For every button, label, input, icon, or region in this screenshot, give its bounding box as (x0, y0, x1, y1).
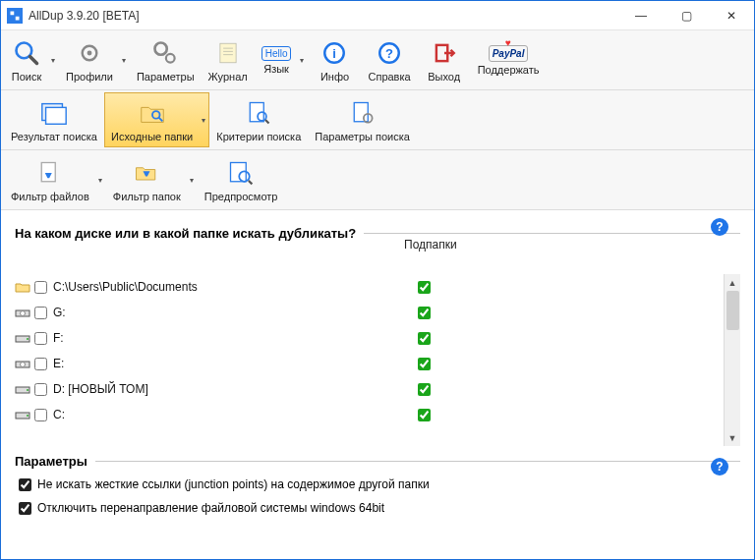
help-icon: ? (374, 37, 405, 69)
language-label: Язык (263, 63, 289, 75)
drive-cd-icon (15, 305, 30, 320)
scrollbar[interactable]: ▲ ▼ (724, 274, 740, 446)
svg-line-23 (265, 120, 269, 124)
svg-rect-0 (11, 11, 15, 15)
chevron-down-icon[interactable]: ▾ (190, 176, 194, 185)
gear-single-icon (74, 37, 105, 69)
paypal-text: PayPal (493, 48, 525, 59)
search-label: Поиск (12, 71, 41, 83)
search-params-button[interactable]: Параметры поиска (308, 92, 417, 147)
paypal-icon: PayPal ♥ (489, 45, 529, 62)
panel-question: На каком диске или в какой папке искать … (15, 226, 356, 241)
svg-rect-1 (16, 16, 20, 20)
svg-point-35 (21, 363, 26, 367)
scroll-down-icon[interactable]: ▼ (725, 429, 740, 446)
svg-text:i: i (333, 46, 337, 61)
language-button[interactable]: Hello Язык ▾ (255, 32, 309, 87)
drive-label: G: (53, 306, 66, 319)
search-button[interactable]: Поиск ▾ (4, 32, 59, 87)
log-button[interactable]: Журнал (202, 32, 255, 87)
info-button[interactable]: i Инфо (308, 32, 361, 87)
drive-cd-icon (15, 356, 30, 371)
help-label: Справка (368, 71, 410, 83)
preview-icon (225, 157, 257, 189)
folder-icon (15, 279, 30, 295)
help-badge-icon[interactable]: ? (711, 218, 728, 236)
chevron-down-icon[interactable]: ▾ (202, 116, 205, 125)
maximize-button[interactable]: ▢ (664, 1, 709, 30)
file-filter-button[interactable]: Фильтр файлов ▾ (4, 152, 106, 207)
exit-icon (429, 37, 460, 69)
subfolder-checkbox[interactable] (418, 383, 431, 396)
exit-button[interactable]: Выход (418, 32, 471, 87)
results-button[interactable]: Результат поиска (4, 92, 104, 147)
folder-filter-label: Фильтр папок (113, 191, 181, 202)
chevron-down-icon[interactable]: ▾ (122, 56, 126, 65)
settings-label: Параметры (137, 71, 195, 83)
source-folders-button[interactable]: Исходные папки ▾ (104, 92, 209, 147)
gears-icon (149, 37, 181, 69)
subfolder-checkbox[interactable] (418, 358, 431, 370)
hello-icon: Hello (261, 46, 292, 61)
drive-row: G: (15, 300, 740, 325)
scroll-track[interactable] (725, 291, 740, 429)
drive-hdd-icon (15, 330, 30, 346)
settings-button[interactable]: Параметры (130, 32, 202, 87)
profiles-button[interactable]: Профили ▾ (59, 32, 130, 87)
file-filter-label: Фильтр файлов (11, 191, 89, 202)
info-label: Инфо (320, 71, 349, 83)
results-label: Результат поиска (11, 131, 97, 142)
subfolder-checkbox[interactable] (418, 409, 431, 421)
drive-row: C: (15, 402, 740, 427)
subfolder-checkbox[interactable] (418, 332, 431, 345)
chevron-down-icon[interactable]: ▾ (98, 176, 102, 185)
help-button[interactable]: ? Справка (361, 32, 417, 87)
app-icon (7, 8, 23, 24)
journal-icon (212, 37, 244, 69)
folder-filter-button[interactable]: Фильтр папок ▾ (106, 152, 198, 207)
drive-list: C:\Users\Public\DocumentsG:F:E:D: [НОВЫЙ… (15, 274, 740, 446)
donate-button[interactable]: PayPal ♥ Поддержать (471, 32, 547, 87)
source-folders-panel: На каком диске или в какой папке искать … (1, 210, 754, 520)
drive-row: D: [НОВЫЙ ТОМ] (15, 376, 740, 402)
drive-select-checkbox[interactable] (34, 358, 47, 370)
close-button[interactable]: ✕ (709, 1, 754, 30)
svg-point-39 (27, 415, 29, 417)
panel-question-row: На каком диске или в какой папке искать … (15, 226, 740, 241)
svg-line-3 (30, 57, 37, 64)
source-label: Исходные папки (111, 131, 193, 142)
help-badge-icon[interactable]: ? (711, 458, 728, 476)
drive-label: C: (53, 408, 65, 421)
subfolder-checkbox[interactable] (418, 281, 431, 294)
svg-rect-26 (41, 163, 55, 182)
drive-hdd-icon (15, 407, 30, 422)
param-64bit-label: Отключить перенаправление файловой систе… (37, 501, 384, 515)
chevron-down-icon[interactable]: ▾ (51, 56, 55, 65)
drive-select-checkbox[interactable] (34, 281, 47, 294)
param-junction-checkbox[interactable] (19, 478, 31, 491)
drive-select-checkbox[interactable] (34, 383, 47, 396)
drive-label: C:\Users\Public\Documents (53, 280, 198, 294)
info-icon: i (319, 37, 350, 69)
chevron-down-icon[interactable]: ▾ (300, 56, 304, 65)
drive-select-checkbox[interactable] (34, 409, 47, 421)
results-icon (38, 97, 70, 129)
donate-label: Поддержать (478, 64, 540, 76)
drive-hdd-icon (15, 381, 30, 397)
subfolder-checkbox[interactable] (418, 307, 431, 319)
svg-point-6 (155, 43, 167, 55)
scroll-up-icon[interactable]: ▲ (725, 274, 740, 291)
criteria-button[interactable]: Критерии поиска (209, 92, 308, 147)
preview-button[interactable]: Предпросмотр (198, 152, 285, 207)
param-64bit-checkbox[interactable] (19, 502, 31, 515)
param-row-64bit: Отключить перенаправление файловой систе… (15, 496, 740, 520)
svg-point-5 (87, 51, 92, 56)
scroll-thumb[interactable] (726, 291, 739, 330)
params-title: Параметры (15, 454, 87, 469)
svg-rect-8 (219, 43, 235, 63)
drive-select-checkbox[interactable] (34, 332, 47, 345)
minimize-button[interactable]: — (618, 1, 664, 30)
window-controls: — ▢ ✕ (618, 1, 754, 29)
drive-select-checkbox[interactable] (34, 307, 47, 319)
profiles-label: Профили (66, 71, 113, 83)
